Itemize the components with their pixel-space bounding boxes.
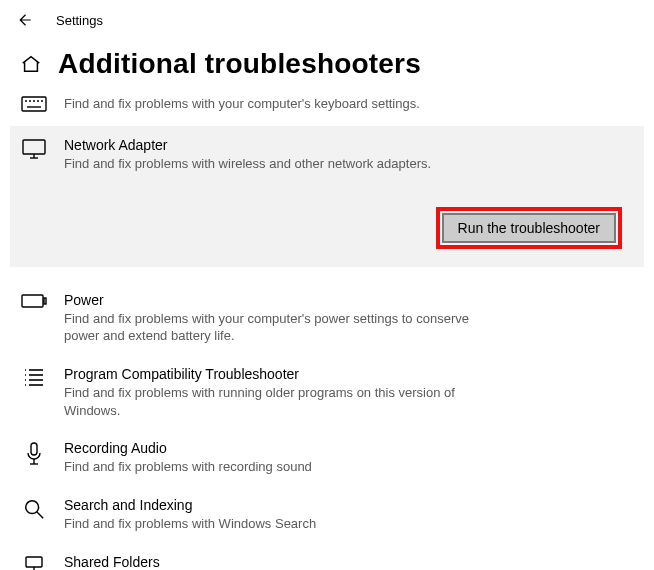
item-desc: Find and fix problems with recording sou… (64, 458, 484, 476)
window-header: Settings (0, 0, 654, 40)
svg-point-23 (26, 501, 39, 514)
svg-rect-20 (31, 443, 37, 455)
svg-rect-7 (23, 140, 45, 154)
search-icon (20, 496, 48, 520)
troubleshooter-item-shared-folders[interactable]: Shared Folders Find and fix problems wit… (10, 543, 644, 570)
run-troubleshooter-button[interactable]: Run the troubleshooter (442, 213, 616, 243)
troubleshooter-item-keyboard[interactable]: Find and fix problems with your computer… (10, 84, 644, 124)
home-icon[interactable] (20, 53, 42, 75)
troubleshooter-item-recording-audio[interactable]: Recording Audio Find and fix problems wi… (10, 429, 644, 486)
highlight-box: Run the troubleshooter (436, 207, 622, 249)
page-title: Additional troubleshooters (58, 48, 421, 80)
troubleshooter-item-search-indexing[interactable]: Search and Indexing Find and fix problem… (10, 486, 644, 543)
monitor-icon (20, 136, 48, 160)
item-desc: Find and fix problems with running older… (64, 384, 484, 419)
svg-rect-25 (26, 557, 42, 567)
item-title: Program Compatibility Troubleshooter (64, 365, 632, 383)
item-desc: Find and fix problems with Windows Searc… (64, 515, 484, 533)
item-title: Power (64, 291, 632, 309)
microphone-icon (20, 439, 48, 467)
back-button[interactable] (12, 8, 36, 32)
keyboard-icon (20, 94, 48, 114)
item-desc: Find and fix problems with wireless and … (64, 155, 484, 173)
svg-rect-11 (44, 298, 46, 304)
item-desc: Find and fix problems with your computer… (64, 95, 484, 113)
troubleshooter-item-power[interactable]: Power Find and fix problems with your co… (10, 281, 644, 355)
item-desc: Find and fix problems with your computer… (64, 310, 484, 345)
svg-line-24 (37, 512, 43, 518)
window-title: Settings (56, 13, 103, 28)
svg-rect-10 (22, 295, 43, 307)
network-drive-icon (20, 553, 48, 570)
page-title-row: Additional troubleshooters (10, 40, 644, 84)
item-title: Recording Audio (64, 439, 632, 457)
troubleshooter-item-program-compatibility[interactable]: Program Compatibility Troubleshooter Fin… (10, 355, 644, 429)
item-title: Shared Folders (64, 553, 632, 570)
battery-icon (20, 291, 48, 309)
svg-rect-0 (22, 97, 46, 111)
item-title: Search and Indexing (64, 496, 632, 514)
troubleshooter-item-network-adapter[interactable]: Network Adapter Find and fix problems wi… (10, 126, 644, 267)
item-title: Network Adapter (64, 136, 632, 154)
list-icon (20, 365, 48, 387)
